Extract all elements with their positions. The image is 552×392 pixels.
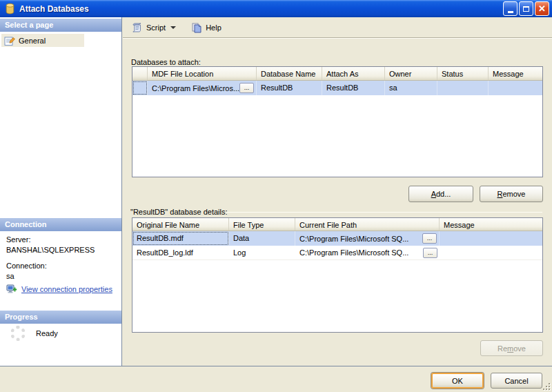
main-content: Databases to attach: MDF File Location D… bbox=[123, 38, 552, 366]
attach-as-cell: ResultDB bbox=[322, 81, 385, 95]
cancel-button[interactable]: Cancel bbox=[491, 373, 542, 389]
view-connection-properties-link[interactable]: View connection properties bbox=[21, 285, 112, 293]
script-dropdown-icon bbox=[170, 26, 176, 29]
sidebar: Select a page General Connection Server:… bbox=[0, 17, 122, 366]
connection-header: Connection bbox=[0, 218, 121, 231]
mdf-location-value: C:\Program Files\Micros... bbox=[152, 84, 239, 92]
script-label: Script bbox=[146, 23, 166, 32]
minimize-button[interactable] bbox=[503, 1, 518, 16]
details-section-label: "ResultDB" database details: bbox=[130, 208, 228, 216]
footer-bar: OK Cancel bbox=[0, 366, 552, 392]
server-label: Server: bbox=[6, 235, 30, 244]
maximize-button[interactable] bbox=[519, 1, 533, 16]
browse-path-button[interactable]: ... bbox=[422, 233, 437, 244]
col-status[interactable]: Status bbox=[437, 67, 489, 80]
sidebar-item-general[interactable]: General bbox=[1, 34, 84, 47]
main-panel: Script Help Databases to attach: MDF Fil… bbox=[123, 17, 552, 366]
col-selector[interactable] bbox=[132, 67, 148, 80]
col-database-name[interactable]: Database Name bbox=[257, 67, 322, 80]
attach-table-row[interactable]: C:\Program Files\Micros... ... ResultDB … bbox=[132, 81, 542, 95]
message-cell bbox=[489, 81, 542, 95]
current-file-path-value: C:\Program Files\Microsoft SQ... bbox=[299, 235, 422, 243]
owner-cell: sa bbox=[385, 81, 437, 95]
general-page-icon bbox=[4, 35, 15, 46]
toolbar: Script Help bbox=[123, 17, 552, 38]
database-name-cell: ResultDB bbox=[257, 81, 322, 95]
ok-button[interactable]: OK bbox=[431, 373, 484, 389]
col-owner[interactable]: Owner bbox=[385, 67, 437, 80]
col-details-message[interactable]: Message bbox=[440, 218, 542, 231]
original-file-name-cell: ResultDB.mdf bbox=[132, 231, 229, 246]
connection-properties-icon bbox=[6, 284, 17, 295]
help-label: Help bbox=[206, 23, 221, 32]
file-type-cell: Log bbox=[229, 246, 295, 260]
col-current-file-path[interactable]: Current File Path bbox=[295, 218, 440, 231]
resize-grip[interactable] bbox=[542, 382, 551, 391]
progress-header: Progress bbox=[0, 311, 121, 324]
col-file-type[interactable]: File Type bbox=[229, 218, 295, 231]
attach-databases-dialog: Attach Databases ✕ Select a page General… bbox=[0, 0, 552, 392]
details-table-row[interactable]: ResultDB.mdf Data C:\Program Files\Micro… bbox=[132, 231, 542, 246]
col-original-file-name[interactable]: Original File Name bbox=[132, 218, 229, 231]
browse-mdf-button[interactable]: ... bbox=[239, 83, 254, 93]
window-title: Attach Databases bbox=[19, 4, 89, 14]
sidebar-item-label: General bbox=[19, 37, 46, 45]
script-icon bbox=[132, 22, 143, 33]
connection-label: Connection: bbox=[6, 262, 47, 270]
current-file-path-value: C:\Program Files\Microsoft SQ... bbox=[299, 248, 423, 257]
database-details-table: Original File Name File Type Current Fil… bbox=[132, 217, 543, 333]
col-message[interactable]: Message bbox=[489, 67, 542, 80]
minimize-icon bbox=[508, 11, 513, 13]
titlebar[interactable]: Attach Databases ✕ bbox=[0, 0, 552, 17]
connection-value: sa bbox=[6, 272, 14, 280]
current-file-path-cell: C:\Program Files\Microsoft SQ... ... bbox=[295, 231, 440, 246]
details-message-cell bbox=[440, 231, 542, 246]
help-icon bbox=[191, 22, 202, 33]
col-attach-as[interactable]: Attach As bbox=[322, 67, 385, 80]
browse-path-button[interactable]: ... bbox=[423, 248, 437, 258]
close-icon: ✕ bbox=[538, 4, 546, 13]
row-selector-cell bbox=[132, 81, 148, 95]
database-icon bbox=[4, 3, 16, 14]
file-type-cell: Data bbox=[229, 231, 295, 246]
view-connection-properties[interactable]: View connection properties bbox=[6, 284, 112, 295]
progress-spinner-icon bbox=[10, 326, 26, 341]
attach-table-header: MDF File Location Database Name Attach A… bbox=[132, 67, 542, 81]
details-remove-button: Remove bbox=[480, 340, 543, 356]
close-button[interactable]: ✕ bbox=[535, 1, 549, 16]
current-file-path-cell: C:\Program Files\Microsoft SQ... ... bbox=[295, 246, 440, 260]
status-cell bbox=[437, 81, 489, 95]
maximize-icon bbox=[523, 6, 529, 12]
server-value: BANSHAL\SQLEXPRESS bbox=[6, 246, 95, 254]
databases-to-attach-table: MDF File Location Database Name Attach A… bbox=[132, 66, 543, 177]
help-button[interactable]: Help bbox=[188, 20, 225, 35]
details-message-cell bbox=[440, 246, 542, 260]
details-table-header: Original File Name File Type Current Fil… bbox=[132, 218, 542, 231]
original-file-name-cell: ResultDB_log.ldf bbox=[132, 246, 229, 260]
mdf-location-cell: C:\Program Files\Micros... ... bbox=[148, 81, 257, 95]
details-group-line bbox=[226, 212, 542, 213]
remove-button[interactable]: Remove bbox=[480, 186, 543, 202]
progress-status: Ready bbox=[36, 329, 58, 337]
attach-section-label: Databases to attach: bbox=[131, 58, 201, 66]
select-a-page-header: Select a page bbox=[0, 19, 121, 32]
script-button[interactable]: Script bbox=[128, 20, 185, 35]
details-table-row[interactable]: ResultDB_log.ldf Log C:\Program Files\Mi… bbox=[132, 246, 542, 260]
col-mdf-file-location[interactable]: MDF File Location bbox=[148, 67, 257, 80]
add-button[interactable]: Add... bbox=[408, 186, 473, 202]
